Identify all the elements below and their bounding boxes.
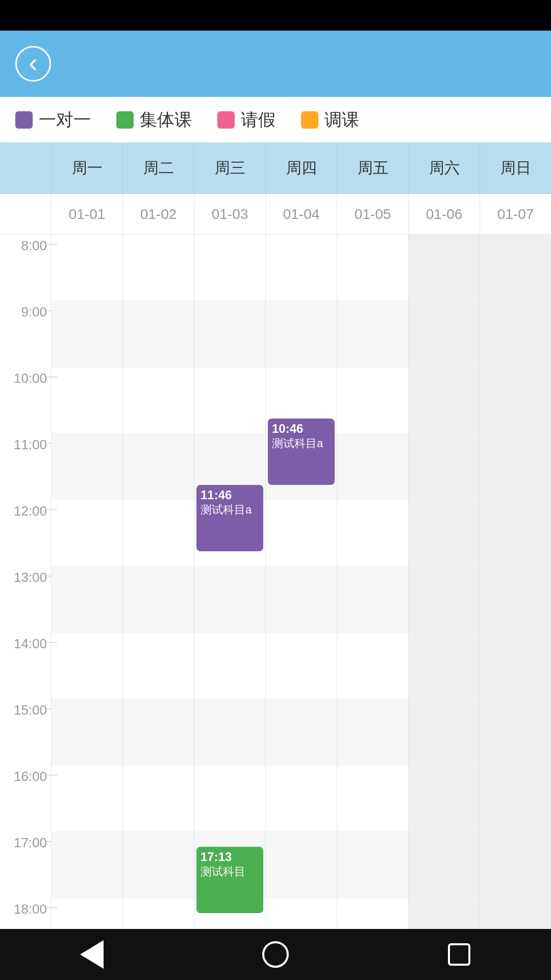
hour-stripe-4-0 — [337, 235, 408, 301]
time-label-8: 16:00 — [0, 766, 51, 832]
hour-stripe-6-9 — [480, 832, 551, 898]
recent-nav-icon — [448, 943, 470, 966]
hour-stripe-0-8 — [52, 766, 122, 832]
hour-stripe-5-5 — [409, 567, 480, 633]
day-col-6 — [480, 235, 551, 929]
hour-stripe-4-3 — [337, 434, 408, 500]
hour-stripe-1-3 — [123, 434, 194, 500]
hour-stripe-4-4 — [337, 500, 408, 567]
hour-stripe-4-7 — [337, 699, 408, 766]
hour-stripe-6-4 — [480, 500, 551, 567]
hour-stripe-5-8 — [409, 766, 480, 832]
day-header-0: 周一 — [51, 143, 122, 193]
day-name-5: 周六 — [429, 158, 460, 179]
day-name-6: 周日 — [500, 158, 531, 179]
time-label-9: 17:00 — [0, 832, 51, 898]
hour-stripe-5-2 — [409, 368, 480, 434]
hour-stripe-3-4 — [266, 500, 337, 567]
hour-stripe-6-3 — [480, 434, 551, 500]
hour-stripe-1-1 — [123, 301, 194, 368]
legend-item-leave: 请假 — [217, 108, 276, 132]
hour-stripe-3-9 — [266, 832, 337, 898]
time-col-date — [0, 194, 51, 234]
hour-stripe-0-3 — [52, 434, 122, 500]
hour-stripe-3-6 — [266, 633, 337, 699]
time-column: 8:009:0010:0011:0012:0013:0014:0015:0016… — [0, 235, 51, 929]
back-nav-button[interactable] — [71, 934, 112, 975]
hour-stripe-6-5 — [480, 567, 551, 633]
hour-stripe-2-5 — [194, 567, 265, 633]
hour-stripe-0-10 — [52, 898, 122, 929]
event-time-event3: 10:46 — [272, 422, 331, 436]
dates-row: 01-0101-0201-0301-0401-0501-0601-07 — [0, 194, 551, 235]
legend-color-leave — [217, 111, 235, 129]
hour-stripe-1-5 — [123, 567, 194, 633]
hour-stripe-6-1 — [480, 301, 551, 368]
back-button[interactable] — [15, 46, 51, 82]
day-name-4: 周五 — [358, 158, 388, 179]
hour-stripe-4-2 — [337, 368, 408, 434]
hour-stripe-3-8 — [266, 766, 337, 832]
date-cell-3: 01-04 — [265, 194, 337, 234]
home-nav-button[interactable] — [255, 934, 296, 975]
hour-stripe-2-2 — [194, 368, 265, 434]
event-name-event3: 测试科目a — [272, 436, 331, 451]
hour-stripe-2-1 — [194, 301, 265, 368]
hour-stripe-0-9 — [52, 832, 122, 898]
legend-item-reschedule: 调课 — [301, 108, 359, 132]
day-header-4: 周五 — [337, 143, 408, 193]
grid-body: 8:009:0010:0011:0012:0013:0014:0015:0016… — [0, 235, 551, 929]
hour-stripe-1-0 — [123, 235, 194, 301]
day-col-5 — [408, 235, 480, 929]
hour-stripe-2-8 — [194, 766, 265, 832]
hour-stripe-1-6 — [123, 633, 194, 699]
legend-label-one-on-one: 一对一 — [39, 108, 91, 132]
date-cell-1: 01-02 — [122, 194, 194, 234]
hour-stripe-0-0 — [52, 235, 122, 301]
event-event2[interactable]: 17:13 测试科目 — [196, 847, 263, 913]
time-label-1: 9:00 — [0, 301, 51, 368]
hour-stripe-4-5 — [337, 567, 408, 633]
event-event1[interactable]: 11:46 测试科目a — [196, 485, 263, 551]
status-bar — [0, 0, 551, 31]
hour-stripe-5-0 — [409, 235, 480, 301]
event-time-event2: 17:13 — [201, 850, 259, 864]
day-col-3: 10:46 测试科目a — [265, 235, 337, 929]
hour-stripe-0-7 — [52, 699, 122, 766]
day-name-3: 周四 — [286, 158, 317, 179]
time-label-10: 18:00 — [0, 898, 51, 929]
recent-nav-button[interactable] — [439, 934, 480, 975]
hour-stripe-0-4 — [52, 500, 122, 567]
event-event3[interactable]: 10:46 测试科目a — [268, 419, 335, 485]
hour-stripe-0-1 — [52, 301, 122, 368]
date-cell-5: 01-06 — [408, 194, 480, 234]
hour-stripe-6-7 — [480, 699, 551, 766]
hour-stripe-5-7 — [409, 699, 480, 766]
hour-stripe-5-10 — [409, 898, 480, 929]
home-nav-icon — [262, 941, 289, 968]
day-col-0 — [51, 235, 122, 929]
legend-bar: 一对一 集体课 请假 调课 — [0, 97, 551, 143]
day-name-1: 周二 — [143, 158, 174, 179]
legend-label-reschedule: 调课 — [324, 108, 359, 132]
day-col-4 — [337, 235, 408, 929]
days-columns: 11:46 测试科目a17:13 测试科目10:46 测试科目a — [51, 235, 551, 929]
time-label-4: 12:00 — [0, 500, 51, 567]
hour-stripe-5-6 — [409, 633, 480, 699]
hour-stripe-5-3 — [409, 434, 480, 500]
day-name-2: 周三 — [215, 158, 245, 179]
back-nav-icon — [80, 940, 104, 969]
day-header-5: 周六 — [408, 143, 480, 193]
days-header: 周一周二周三周四周五周六周日 — [0, 143, 551, 194]
event-name-event1: 测试科目a — [201, 502, 259, 518]
time-label-7: 15:00 — [0, 699, 51, 766]
hour-stripe-1-8 — [123, 766, 194, 832]
legend-label-leave: 请假 — [241, 108, 276, 132]
hour-stripe-1-10 — [123, 898, 194, 929]
hour-stripe-4-8 — [337, 766, 408, 832]
hour-stripe-5-4 — [409, 500, 480, 567]
hour-stripe-3-10 — [266, 898, 337, 929]
legend-color-one-on-one — [15, 111, 33, 129]
event-time-event1: 11:46 — [201, 488, 259, 502]
hour-stripe-3-0 — [266, 235, 337, 301]
